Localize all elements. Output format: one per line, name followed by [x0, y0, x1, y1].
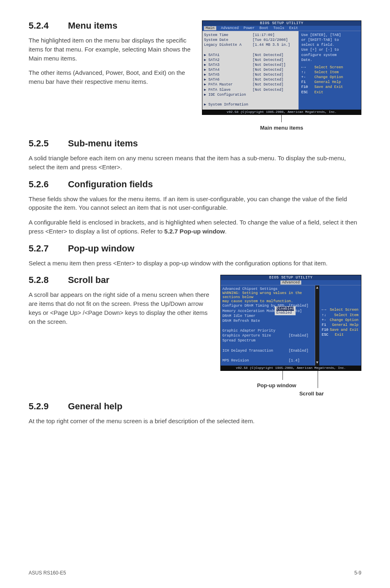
bios1-key-row: F10Save and Exit	[301, 85, 359, 90]
p-525-1: A solid triangle before each item on any…	[29, 154, 361, 172]
heading-525-title: Sub-menu items	[68, 138, 138, 148]
bios1-help-line: Date.	[301, 58, 359, 63]
bios2-row: DRAM Refresh Rate	[222, 319, 313, 323]
bios2-row: Graphics Aperture Size [Enabled]	[222, 333, 313, 338]
p-524-1: The highlighted item on the menu bar dis…	[29, 36, 196, 63]
bios1-row: ▶ SATA5 [Not Detected]	[204, 72, 297, 77]
caption-main-menu-items: Main menu items	[260, 125, 303, 131]
arrow-up-icon: ▲	[316, 286, 318, 290]
bios1-row	[204, 97, 297, 102]
bios1-help-line: configure system	[301, 53, 359, 58]
bios2-row: ICH Delayed Transaction [Enabled]	[222, 348, 313, 353]
bios-main-screenshot: BIOS SETUP UTILITY Main Advanced Power B…	[202, 20, 361, 115]
bios-popup-screenshot: BIOS SETUP UTILITY Advanced Advanced Chi…	[220, 275, 361, 371]
bios2-popup-option: Enabled	[276, 311, 294, 315]
bios1-help-line: or [SHIFT-TAB] to	[301, 38, 359, 43]
bios1-key-row: F1General Help	[301, 80, 359, 85]
bios1-key-row: ↑↓Select Item	[301, 70, 359, 75]
bios2-key-row: ESCExit	[322, 332, 359, 337]
bios1-row: ▶ SATA4 [Not Detected]	[204, 67, 297, 72]
heading-526-num: 5.2.6	[29, 179, 65, 190]
bios2-warn2: may cause system to malfunction.	[222, 299, 313, 303]
heading-528-title: Scroll bar	[68, 275, 109, 285]
bios1-row: ▶ SATA1 [Not Detected]	[204, 53, 297, 58]
bios2-right-panel: ←→Select Screen↑↓Select Item+-Change Opt…	[319, 285, 361, 366]
bios1-row: System Time [11:17:09]	[204, 33, 297, 38]
bios1-row: ▶ SATA3 [Not Detected]]	[204, 63, 297, 67]
bios1-row: ▶ SATA2 [Not Detected]	[204, 58, 297, 63]
bios2-menu-bar: Advanced	[221, 280, 361, 285]
p-527-1: Select a menu item then press <Enter> to…	[29, 259, 361, 268]
heading-527-title: Pop-up window	[68, 243, 134, 254]
bios2-scrollbar[interactable]: ▲ ▼	[315, 285, 319, 366]
bios1-menu-main: Main	[204, 26, 216, 30]
footer-right: 5-9	[354, 570, 361, 576]
bios2-row: MPS Revision [1.4]	[222, 358, 313, 363]
leader-line-1	[281, 115, 282, 122]
heading-529: 5.2.9 General help	[29, 401, 361, 412]
bios2-row	[222, 353, 313, 358]
heading-529-title: General help	[68, 401, 122, 411]
page-footer: ASUS RS160-E5 5-9	[29, 570, 361, 576]
heading-524: 5.2.4 Menu items	[29, 20, 196, 31]
bios2-row: Configure DRAM Timing by SPD [Enabled]	[222, 303, 313, 308]
heading-527-num: 5.2.7	[29, 243, 65, 254]
p-524-2: The other items (Advanced, Power, Boot, …	[29, 68, 196, 86]
bios2-popup-option: Disabled	[276, 307, 294, 311]
bios1-row: ▶ PATA Master [Not Detected]	[204, 82, 297, 87]
bios1-row: ▶ IDE Configuration	[204, 92, 297, 97]
heading-525: 5.2.5 Sub-menu items	[29, 138, 361, 149]
bios2-row: Graphic Adapter Priority	[222, 328, 313, 333]
bios2-key-row: +-Change Option	[322, 318, 359, 323]
bios1-help-line: select a field.	[301, 43, 359, 47]
caption-scroll: Scroll bar	[299, 391, 324, 397]
bios1-menu-tools: Tools	[273, 26, 284, 30]
heading-524-num: 5.2.4	[29, 20, 65, 31]
bios1-menu-boot: Boot	[260, 26, 269, 30]
bios1-left-panel: System Time [11:17:09]System Date [Tue 0…	[202, 31, 299, 110]
bios1-key-row: ←→Select Screen	[301, 65, 359, 70]
p-526-1: These fields show the values for the men…	[29, 195, 361, 213]
bios1-footer: v02.58 (C)Copyright 1985-2008, American …	[202, 110, 361, 114]
bios1-row	[204, 47, 297, 52]
bios2-key-row: ←→Select Screen	[322, 307, 359, 312]
arrow-down-icon: ▼	[316, 361, 318, 365]
bios2-left-panel: Advanced Chipset Settings WARNING: Setti…	[221, 285, 315, 366]
leader-line-scroll	[318, 371, 318, 388]
heading-524-title: Menu items	[68, 20, 117, 31]
bios2-title: BIOS SETUP UTILITY	[221, 275, 361, 280]
bios2-key-row: F1General Help	[322, 323, 359, 328]
p-526-2c: .	[225, 228, 226, 235]
bios1-row: Legacy Diskette A [1.44 MB 3.5 in.]	[204, 43, 297, 47]
bios1-right-panel: Use [ENTER], [TAB]or [SHIFT-TAB] toselec…	[299, 31, 361, 110]
bios2-row: DRAM Idle Timer	[222, 314, 313, 319]
heading-526-title: Configuration fields	[68, 179, 153, 189]
bios1-row: ▶ PATA Slave [Not Detected]	[204, 88, 297, 92]
bios1-menu-power: Power	[244, 26, 255, 30]
leader-line-popup	[282, 371, 283, 380]
bios2-row: Spread Spectrum	[222, 338, 313, 343]
p-526-2b: 5.2.7 Pop-up window	[164, 228, 225, 235]
caption-popup: Pop-up window	[257, 382, 296, 388]
p-529-1: At the top right corner of the menu scre…	[29, 417, 361, 426]
bios1-key-row: +-Change Option	[301, 75, 359, 80]
bios2-key-row: F10Save and Exit	[322, 328, 359, 332]
bios1-help-line: Use [+] or [-] to	[301, 47, 359, 52]
bios1-menu-bar: Main Advanced Power Boot Tools Exit	[202, 26, 361, 31]
bios2-row: Memory Acceleration Mode [Auto]	[222, 309, 313, 314]
bios1-title: BIOS SETUP UTILITY	[202, 21, 361, 26]
bios2-key-row: ↑↓Select Item	[322, 313, 359, 318]
heading-527: 5.2.7 Pop-up window	[29, 243, 361, 254]
bios1-row: System Date [Tue 01/22/2008]	[204, 38, 297, 43]
bios1-row: ▶ System Information	[204, 102, 297, 107]
bios1-menu-adv: Advanced	[221, 26, 239, 30]
bios1-row: ▶ SATA6 [Not Detected]	[204, 77, 297, 82]
heading-525-num: 5.2.5	[29, 138, 65, 149]
bios1-key-row: ESCExit	[301, 90, 359, 95]
bios2-heading: Advanced Chipset Settings	[222, 287, 313, 291]
bios1-help-line: Use [ENTER], [TAB]	[301, 33, 359, 38]
heading-529-num: 5.2.9	[29, 401, 65, 412]
heading-526: 5.2.6 Configuration fields	[29, 179, 361, 190]
bios2-menu-adv: Advanced	[280, 281, 301, 285]
heading-528-num: 5.2.8	[29, 275, 65, 285]
